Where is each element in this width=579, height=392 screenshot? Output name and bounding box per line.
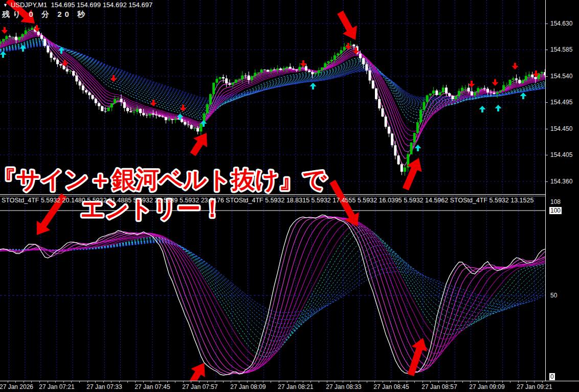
candle-body [445, 87, 448, 93]
candle-body [248, 76, 250, 80]
candle-body [69, 71, 72, 72]
candle-body [43, 39, 46, 46]
sub-axis-label: 100 [549, 207, 562, 214]
ohlc-values: 154.695 154.699 154.692 154.697 [51, 1, 152, 9]
candle-body [419, 110, 422, 123]
candle-body [486, 89, 489, 93]
time-axis-label: 27 Jan 07:33 [86, 383, 122, 390]
candle-body [21, 34, 24, 37]
candle-body [232, 83, 234, 85]
candle-body [315, 73, 317, 74]
candle-body [375, 88, 377, 99]
candle-body [273, 70, 276, 70]
candle-body [480, 88, 483, 88]
sub-cyan-line [0, 237, 545, 345]
candle-body [133, 112, 136, 112]
candle-body [318, 70, 320, 73]
candle-body [165, 117, 167, 120]
candle-body [155, 114, 158, 115]
candle-body [251, 76, 253, 80]
candle-body [435, 90, 438, 95]
candle-body [149, 113, 151, 116]
candle-body [0, 41, 2, 43]
buy-signal-arrow-icon [415, 145, 421, 151]
candle-body [397, 155, 400, 164]
candle-body [496, 92, 499, 94]
candle-body [254, 73, 256, 76]
belt-line [0, 41, 545, 114]
candle-body [289, 67, 292, 69]
time-axis[interactable]: 27 Jan 202627 Jan 07:2127 Jan 07:3327 Ja… [0, 381, 579, 392]
candle-body [66, 69, 69, 71]
sub-indicator-canvas[interactable] [0, 196, 545, 381]
candle-body [330, 60, 333, 61]
candle-body [333, 55, 336, 60]
candle-body [378, 99, 381, 108]
main-chart-canvas[interactable] [0, 0, 545, 195]
candle-body [82, 85, 84, 90]
sub-axis-label: 50 [550, 292, 557, 299]
candle-body [502, 85, 505, 91]
candle-body [145, 115, 148, 116]
candle-body [518, 80, 521, 83]
time-axis-label: 27 Jan 09:09 [469, 383, 504, 390]
candle-body [349, 44, 352, 45]
candle-body [187, 125, 189, 125]
candle-body [292, 68, 295, 70]
candle-body [381, 108, 384, 117]
sell-signal-arrow-icon [150, 100, 157, 106]
candle-body [471, 91, 473, 96]
symbol-dropdown-icon[interactable]: ▼ [3, 3, 8, 8]
time-axis-label: 27 Jan 07:45 [135, 383, 170, 390]
candle-body [270, 70, 272, 72]
candle-body [311, 72, 314, 74]
candle-body [429, 94, 432, 95]
candle-body [324, 63, 326, 67]
candle-body [9, 36, 11, 37]
candle-body [238, 79, 240, 80]
candle-body [114, 99, 116, 103]
price-axis-label: 154.405 [550, 151, 572, 158]
candle-body [305, 66, 307, 70]
candle-body [72, 71, 75, 76]
candle-body [196, 128, 199, 132]
belt-line [0, 40, 545, 117]
candle-body [136, 109, 139, 112]
candle-body [321, 67, 323, 70]
candle-body [174, 119, 177, 120]
candle-body [522, 80, 524, 83]
candle-body [193, 128, 196, 129]
candle-body [171, 119, 173, 120]
candle-body [385, 117, 387, 127]
sell-signal-arrow-icon [300, 60, 307, 67]
sub-cyan-line [0, 240, 545, 337]
candle-body [25, 30, 27, 34]
candle-body [295, 70, 298, 71]
sub-cyan-line [0, 241, 545, 328]
candle-body [75, 76, 78, 81]
candle-body [413, 133, 416, 143]
candle-body [244, 76, 247, 76]
buy-signal-arrow-icon [310, 83, 317, 89]
sub-cyan-line [0, 234, 545, 350]
sub-cyan-line [0, 243, 545, 313]
candle-body [184, 122, 186, 125]
mt4-chart-window: ▼USDJPY,M1 154.695 154.699 154.692 154.6… [0, 0, 579, 392]
candle-body [442, 87, 444, 92]
candle-body [59, 64, 62, 65]
candle-body [50, 52, 53, 58]
time-axis-label: 27 Jan 08:09 [230, 383, 265, 390]
sell-signal-arrow-icon [469, 81, 475, 87]
candle-body [162, 117, 164, 117]
candle-body [95, 99, 97, 103]
buy-signal-arrow-icon [520, 93, 527, 99]
panel-separator-line[interactable] [0, 194, 545, 195]
candle-body [416, 123, 419, 133]
time-axis-label: 27 Jan 08:21 [278, 383, 313, 390]
candle-body [260, 70, 263, 73]
candle-body [107, 107, 110, 111]
price-axis[interactable]: 154.630154.585154.540154.495154.450154.4… [545, 0, 579, 381]
candle-countdown-timer: 残り 0 分 20 秒 [2, 10, 88, 19]
candle-body [222, 77, 225, 79]
candle-body [190, 125, 193, 129]
